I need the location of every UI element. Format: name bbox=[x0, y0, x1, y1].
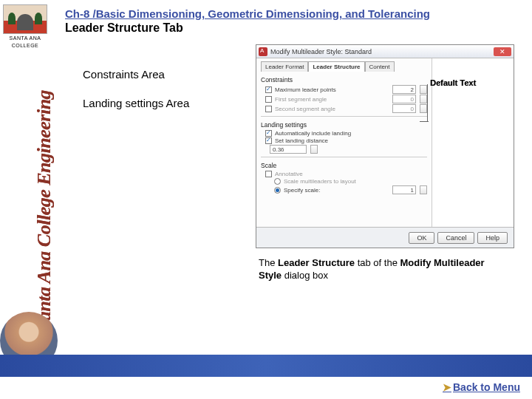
figure-caption: The Leader Structure tab of the Modify M… bbox=[259, 257, 502, 282]
spinner-icon[interactable] bbox=[420, 95, 427, 103]
preview-leader-line bbox=[420, 121, 429, 122]
tab-leader-format[interactable]: Leader Format bbox=[261, 61, 308, 72]
chapter-heading: Ch-8 /Basic Dimensioning, Geometric Dime… bbox=[65, 7, 525, 20]
radio-specify-scale[interactable] bbox=[274, 187, 281, 194]
page-subtitle: Leader Structure Tab bbox=[65, 21, 525, 35]
spinner-icon[interactable] bbox=[310, 145, 318, 154]
ok-button[interactable]: OK bbox=[409, 232, 434, 244]
cancel-button[interactable]: Cancel bbox=[437, 232, 474, 244]
spinner-icon[interactable] bbox=[420, 85, 427, 94]
checkbox-set-landing[interactable] bbox=[265, 137, 272, 144]
checkbox-auto-landing[interactable] bbox=[265, 130, 272, 137]
modify-multileader-dialog: Modify Multileader Style: Standard ✕ Lea… bbox=[256, 44, 514, 248]
checkbox-annotative[interactable] bbox=[265, 171, 272, 177]
dialog-tabs: Leader Format Leader Structure Content bbox=[261, 61, 427, 72]
left-rail: SANTA ANA COLLEGE Santa Ana College Engi… bbox=[0, 0, 58, 399]
close-icon[interactable]: ✕ bbox=[494, 47, 511, 56]
label-scale-layout: Scale multileaders to layout bbox=[284, 178, 356, 185]
label-first-segment: First segment angle bbox=[275, 96, 327, 103]
tab-leader-structure[interactable]: Leader Structure bbox=[308, 61, 364, 72]
label-max-points: Maximum leader points bbox=[275, 86, 336, 93]
logo-text-2: COLLEGE bbox=[3, 43, 47, 49]
preview-leader-line bbox=[427, 84, 429, 121]
app-icon bbox=[259, 47, 267, 56]
college-logo: SANTA ANA COLLEGE bbox=[3, 4, 47, 49]
preview-default-text: Default Text bbox=[430, 78, 476, 87]
checkbox-first-segment[interactable] bbox=[265, 96, 272, 103]
label-auto-landing: Automatically include landing bbox=[275, 130, 351, 137]
label-specify-scale: Specify scale: bbox=[284, 187, 320, 194]
back-to-menu-link[interactable]: ➤Back to Menu bbox=[443, 381, 520, 393]
logo-text-1: SANTA ANA bbox=[3, 35, 47, 41]
section-landing: Landing settings bbox=[261, 121, 427, 129]
label-second-segment: Second segment angle bbox=[275, 106, 335, 112]
input-landing-distance[interactable]: 0.36 bbox=[270, 145, 307, 154]
label-set-landing: Set landing distance bbox=[275, 137, 328, 144]
chevron-right-icon: ➤ bbox=[443, 381, 451, 393]
section-constraints: Constraints bbox=[261, 76, 427, 83]
footer-bar bbox=[0, 355, 532, 377]
input-max-points[interactable]: 2 bbox=[392, 85, 416, 94]
section-scale: Scale bbox=[261, 162, 427, 169]
label-annotative: Annotative bbox=[275, 171, 303, 177]
input-specify-scale[interactable]: 1 bbox=[392, 185, 416, 194]
input-first-segment[interactable]: 0 bbox=[392, 95, 416, 103]
dialog-left-pane: Leader Format Leader Structure Content C… bbox=[256, 58, 432, 227]
input-second-segment[interactable]: 0 bbox=[392, 104, 416, 113]
dialog-footer: OK Cancel Help bbox=[256, 227, 514, 248]
checkbox-max-points[interactable] bbox=[265, 86, 272, 93]
radio-scale-layout[interactable] bbox=[274, 178, 281, 185]
dialog-title: Modify Multileader Style: Standard bbox=[270, 48, 494, 55]
dialog-titlebar: Modify Multileader Style: Standard ✕ bbox=[256, 45, 514, 58]
vertical-title: Santa Ana College Engineering bbox=[33, 85, 55, 336]
checkbox-second-segment[interactable] bbox=[265, 106, 272, 112]
spinner-icon[interactable] bbox=[420, 104, 427, 113]
tab-content[interactable]: Content bbox=[365, 61, 395, 72]
help-button[interactable]: Help bbox=[477, 232, 508, 244]
spinner-icon[interactable] bbox=[420, 185, 427, 194]
